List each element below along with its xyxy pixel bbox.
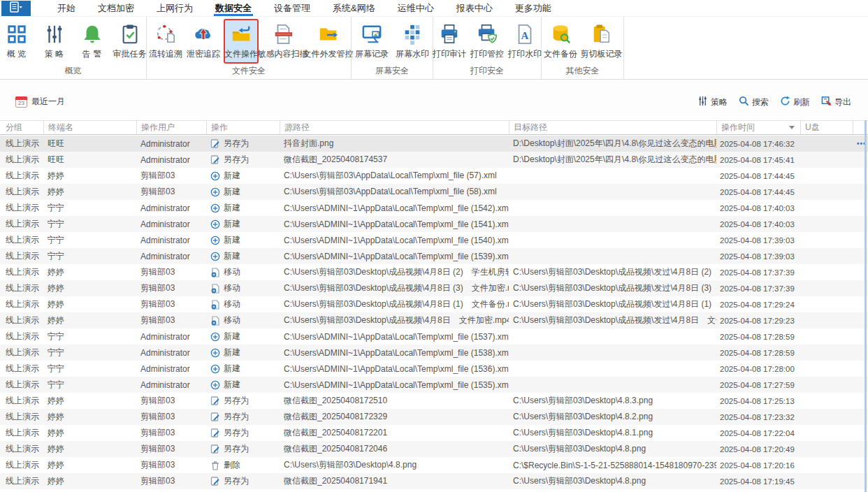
cell-target: C:\Users\剪辑部03\Desktop\成品视频\发过\4月8日 (2) … <box>509 264 716 280</box>
table-row[interactable]: 线上演示婷婷剪辑部03另存为微信截图_20250408172046C:\User… <box>0 441 868 457</box>
table-row[interactable]: 线上演示婷婷剪辑部03新建C:\Users\剪辑部03\AppData\Loca… <box>0 184 868 200</box>
col-header-group[interactable]: 分组 <box>0 121 43 134</box>
cell-user: 剪辑部03 <box>136 457 206 473</box>
menu-item[interactable]: 数据安全 <box>204 0 263 16</box>
cell-target <box>509 377 716 393</box>
cell-terminal: 宁宁 <box>43 328 136 345</box>
cell-time: 2025-04-08 17:40:03 <box>716 216 800 232</box>
table-row[interactable]: 线上演示婷婷剪辑部03移动C:\Users\剪辑部03\Desktop\成品视频… <box>0 296 868 312</box>
time-filter-dropdown-icon[interactable] <box>789 126 795 129</box>
table-row[interactable]: 线上演示宁宁Administrator新建C:\Users\ADMINI~1\A… <box>0 232 868 248</box>
new-file-icon <box>210 332 220 342</box>
col-header-usb[interactable]: U盘 <box>800 121 853 134</box>
ribbon-item-policy[interactable]: 策 略 <box>37 19 72 64</box>
ribbon-item-label: 文件备份 <box>544 48 577 60</box>
col-header-target[interactable]: 目标路径 <box>509 121 716 134</box>
cell-terminal: 婷婷 <box>43 184 136 200</box>
cell-target <box>509 489 716 492</box>
table-row[interactable]: 线上演示旺旺Administrator另存为抖音封面.pngD:\Desktop… <box>0 136 868 152</box>
table-row[interactable]: 线上演示宁宁Administrator新建C:\Users\ADMINI~1\A… <box>0 200 868 216</box>
search-action[interactable]: 搜索 <box>739 96 769 109</box>
ribbon-item-printwm[interactable]: A打印水印 <box>507 19 542 64</box>
cell-terminal: 宁宁 <box>43 216 136 232</box>
ribbon-item-alert[interactable]: 告 警 <box>75 19 110 64</box>
cell-terminal: 婷婷 <box>43 473 136 489</box>
table-row[interactable]: 线上演示宁宁Administrator新建C:\Users\ADMINI~1\A… <box>0 377 868 393</box>
table-row[interactable]: 线上演示婷婷剪辑部03另存为微信截图_20250408172201C:\User… <box>0 425 868 441</box>
ribbon-item-printaudit[interactable]: 打印审计 <box>432 19 467 64</box>
ribbon-item-label: 泄密追踪 <box>187 48 220 60</box>
cell-group: 线上演示 <box>0 345 43 361</box>
cell-source: C:\Users\剪辑部03\Desktop\4.8.png <box>280 457 509 473</box>
ribbon-item-trace[interactable]: 流转追溯 <box>148 19 183 64</box>
table-row[interactable]: 线上演示宁宁Administrator新建C:\Users\ADMINI~1\A… <box>0 216 868 232</box>
ribbon-item-label: 流转追溯 <box>149 48 182 60</box>
table-row[interactable]: 线上演示婷婷剪辑部03删除C:\Users\剪辑部03\Desktop\4.8.… <box>0 457 868 473</box>
col-header-time[interactable]: 操作时间 <box>716 121 800 134</box>
ribbon-item-screenwm[interactable]: 屏幕水印 <box>393 19 431 64</box>
menu-item[interactable]: 运维中心 <box>386 0 445 16</box>
menu-item[interactable]: 系统&网络 <box>321 0 386 16</box>
refresh-action[interactable]: 刷新 <box>780 96 810 109</box>
menu-item[interactable]: 上网行为 <box>145 0 204 16</box>
table-row[interactable]: 线上演示婷婷剪辑部03移动C:\Users\剪辑部03\Desktop\成品视频… <box>0 280 868 296</box>
ribbon-item-approval[interactable]: 审批任务 <box>113 19 147 64</box>
ribbon-item-label: 文件操作 <box>224 48 258 60</box>
ribbon-item-overview[interactable]: 概 览 <box>0 19 34 64</box>
ribbon-item-scan[interactable]: 敏感内容扫描 <box>261 19 304 64</box>
menu-item[interactable]: 更多功能 <box>504 0 563 16</box>
date-range-filter[interactable]: 23 最近一月 <box>15 96 65 108</box>
ribbon-item-screenrec[interactable]: 屏幕记录 <box>353 19 391 64</box>
cell-target: C:\Users\剪辑部03\Desktop\4.8.2.png <box>509 409 716 425</box>
menu-item[interactable]: 设备管理 <box>263 0 321 16</box>
table-row[interactable]: 线上演示婷婷剪辑部03另存为微信截图_20250408172329C:\User… <box>0 409 868 425</box>
menu-item[interactable]: 文档加密 <box>87 0 145 16</box>
cell-time: 2025-04-08 17:20:16 <box>716 457 800 473</box>
ribbon-item-label: 打印审计 <box>433 48 466 60</box>
table-row[interactable]: 线上演示婷婷剪辑部03新建C:\Users\剪辑部03\AppData\Loca… <box>0 168 868 184</box>
table-row[interactable]: 线上演示宁宁Administrator新建C:\Users\ADMINI~1\A… <box>0 345 868 361</box>
menu-item[interactable]: 开始 <box>46 0 87 16</box>
policy-action[interactable]: 策略 <box>697 96 728 109</box>
col-header-user[interactable]: 操作用户 <box>136 121 206 134</box>
cell-user: 剪辑部03 <box>136 441 206 457</box>
ribbon-item-clipboard[interactable]: 剪切板记录 <box>581 19 622 64</box>
table-row[interactable]: 线上演示婷婷剪辑部03移动C:\Users\剪辑部03\Desktop\成品视频… <box>0 264 868 280</box>
cell-source: 微信截图_20250408172329 <box>280 409 509 425</box>
date-filter-label: 最近一月 <box>31 96 65 108</box>
cell-user: 剪辑部03 <box>136 393 206 409</box>
save-as-icon <box>210 477 220 486</box>
new-file-icon <box>210 348 220 358</box>
cell-target: C:\Users\剪辑部03\Desktop\4.8.3.png <box>509 393 716 409</box>
table-row[interactable]: 线上演示旺旺Administrator另存为微信截图_2025040817453… <box>0 152 868 168</box>
col-header-terminal[interactable]: 终端名 <box>43 121 136 134</box>
ribbon-item-printctl[interactable]: 打印管控 <box>470 19 505 64</box>
table-row[interactable]: 线上演示宁宁Administrator新建C:\Users\ADMINI~1\A… <box>0 328 868 345</box>
menu-item[interactable]: 报表中心 <box>445 0 504 16</box>
table-row[interactable]: 线上演示婷婷剪辑部03另存为微信截图_20250408172510C:\User… <box>0 393 868 409</box>
ribbon-item-fileop[interactable]: 文件操作 <box>224 19 259 64</box>
col-header-op[interactable]: 操作 <box>206 121 280 134</box>
screenwm-icon <box>401 23 424 45</box>
table-row[interactable]: 线上演示婷婷剪辑部03移动C:\Users\剪辑部03\Desktop\成品视频… <box>0 312 868 328</box>
table-row[interactable]: 线上演示婷婷剪辑部03另存为 <box>0 489 868 492</box>
ribbon-item-label: 策 略 <box>45 48 64 60</box>
table-row[interactable]: 线上演示宁宁Administrator新建C:\Users\ADMINI~1\A… <box>0 248 868 264</box>
ribbon-item-outgoing[interactable]: 文件外发管控 <box>307 19 349 64</box>
ribbon-group: 文件备份剪切板记录其他安全 <box>542 17 624 79</box>
vertical-scrollbar[interactable] <box>865 120 867 492</box>
table-row[interactable]: 线上演示宁宁Administrator新建C:\Users\ADMINI~1\A… <box>0 361 868 377</box>
cell-op: 新建 <box>206 248 280 264</box>
col-header-source[interactable]: 源路径 <box>280 121 509 134</box>
cell-time: 2025-04-08 17:45:41 <box>716 152 800 168</box>
ribbon-item-backup[interactable]: 文件备份 <box>543 19 578 64</box>
cell-terminal: 婷婷 <box>43 425 136 441</box>
ribbon-group: 概 览策 略告 警审批任务概览 <box>0 17 147 79</box>
ribbon-item-leak[interactable]: 泄密追踪 <box>186 19 221 64</box>
table-row[interactable]: 线上演示婷婷剪辑部03另存为微信截图_20250408171941C:\User… <box>0 473 868 489</box>
cell-usb <box>800 296 853 312</box>
cell-op: 新建 <box>206 200 280 216</box>
app-menu-button[interactable] <box>1 1 31 16</box>
cell-terminal: 旺旺 <box>43 136 136 152</box>
export-action[interactable]: 导出 <box>821 96 851 109</box>
